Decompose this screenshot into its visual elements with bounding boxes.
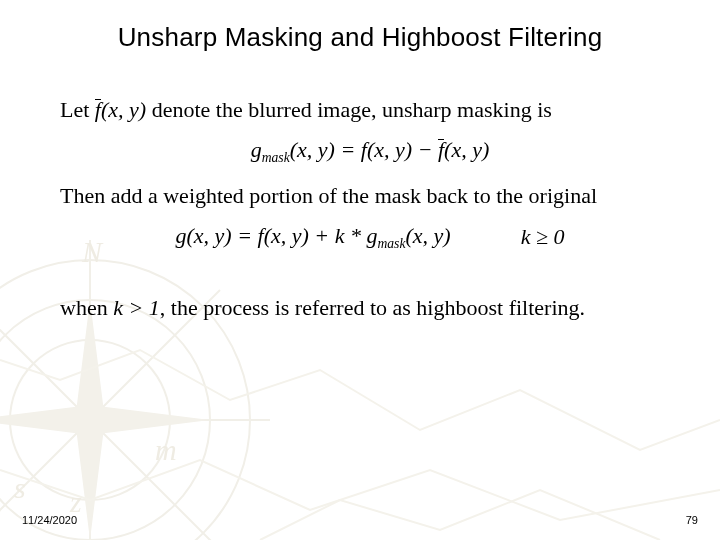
eq1-mask-sub: mask <box>262 149 290 164</box>
eq2-args2: (x, y) <box>264 223 309 248</box>
footer-date: 11/24/2020 <box>22 514 77 526</box>
line3-prefix: when <box>60 295 113 320</box>
eq2-plus: + <box>314 223 334 248</box>
eq2-args1: (x, y) <box>186 223 231 248</box>
slide-title: Unsharp Masking and Highboost Filtering <box>0 0 720 59</box>
svg-point-2 <box>10 340 170 500</box>
equation-boost: g(x, y) = f(x, y) + k * gmask(x, y) k ≥ … <box>60 221 680 253</box>
eq2-g: g <box>175 223 186 248</box>
eq1-g: g <box>251 137 262 162</box>
eq2-args3: (x, y) <box>405 223 450 248</box>
eq1-eq: = <box>340 137 360 162</box>
svg-marker-7 <box>75 300 105 540</box>
equation-mask: gmask(x, y) = f(x, y) − f(x, y) <box>60 135 680 167</box>
line2: Then add a weighted portion of the mask … <box>60 181 680 211</box>
intro-line: Let f(x, y) denote the blurred image, un… <box>60 95 680 125</box>
svg-line-6 <box>0 290 220 540</box>
svg-point-1 <box>0 300 210 540</box>
eq1-args2: (x, y) <box>367 137 412 162</box>
line3-suffix: , the process is referred to as highboos… <box>160 295 585 320</box>
eq2-mask-sub: mask <box>377 235 405 250</box>
svg-line-5 <box>0 290 220 540</box>
svg-text:m: m <box>155 433 177 466</box>
svg-marker-8 <box>0 405 210 435</box>
line3-k: k > 1 <box>113 295 160 320</box>
eq2-eq: = <box>237 223 257 248</box>
eq1-minus: − <box>418 137 438 162</box>
eq1-args1: (x, y) <box>290 137 335 162</box>
svg-text:s: s <box>14 471 26 504</box>
content: Unsharp Masking and Highboost Filtering … <box>0 0 720 322</box>
line3: when k > 1, the process is referred to a… <box>60 293 680 323</box>
footer-page: 79 <box>686 514 698 526</box>
eq2-main: g(x, y) = f(x, y) + k * gmask(x, y) <box>175 221 450 253</box>
eq1-args3: (x, y) <box>444 137 489 162</box>
eq2-k: k <box>335 223 345 248</box>
footer: 11/24/2020 79 <box>22 514 698 526</box>
slide-body: Let f(x, y) denote the blurred image, un… <box>0 59 720 322</box>
intro-prefix: Let <box>60 97 95 122</box>
eq2-gmask-g: g <box>366 223 377 248</box>
eq2-condition: k ≥ 0 <box>521 222 565 252</box>
eq2-star: * <box>344 223 366 248</box>
intro-suffix: denote the blurred image, unsharp maskin… <box>152 97 552 122</box>
slide: N m s z Unsharp Masking and Highboost Fi… <box>0 0 720 540</box>
fbar-args: (x, y) <box>101 97 146 122</box>
